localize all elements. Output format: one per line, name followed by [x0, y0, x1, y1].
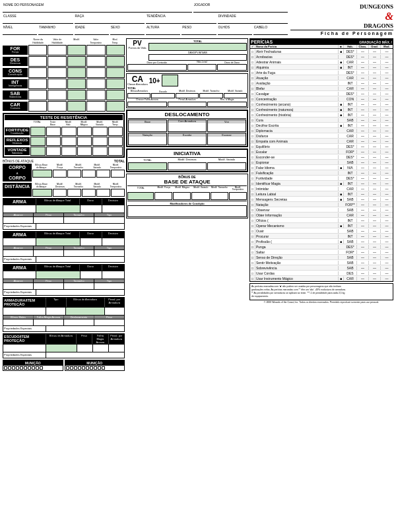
skill-rank[interactable]: — [357, 102, 369, 106]
skill-rank[interactable]: — [357, 250, 369, 254]
skill-mod[interactable]: — [369, 261, 381, 265]
stat-car-nome[interactable] [28, 101, 47, 112]
weapon-3-decisivo-field[interactable] [102, 271, 124, 279]
skill-rank[interactable]: — [357, 60, 369, 64]
skill-checkbox[interactable]: □ [250, 108, 255, 112]
skill-mod[interactable]: — [369, 60, 381, 64]
ranged-bba-val[interactable] [53, 189, 67, 197]
stat-int-modif[interactable] [67, 79, 86, 89]
skill-checkbox[interactable]: □ [250, 182, 255, 185]
skill-rank[interactable]: — [357, 208, 369, 212]
skill-mod[interactable]: — [369, 139, 381, 143]
skill-rank[interactable]: — [357, 255, 369, 259]
skill-rank[interactable]: — [357, 182, 369, 185]
skill-checkbox[interactable]: □ [250, 92, 255, 96]
skill-vari[interactable]: — [381, 160, 393, 164]
skill-checkbox[interactable]: □ [250, 234, 255, 238]
stat-cons-tempval[interactable] [86, 67, 105, 78]
skill-checkbox[interactable]: □ [250, 55, 255, 59]
stat-sab-modif[interactable] [67, 90, 86, 100]
armor-bonusmal-val[interactable] [3, 319, 34, 325]
save-vontade-mag[interactable] [77, 147, 92, 156]
shield-props-val[interactable] [46, 352, 124, 358]
skill-checkbox[interactable]: □ [250, 81, 255, 85]
weapon-2-peso-val[interactable] [34, 250, 64, 256]
skill-rank[interactable]: — [357, 134, 369, 138]
deslocamento-escav-val[interactable] [208, 137, 246, 145]
skill-rank[interactable]: — [357, 129, 369, 133]
skill-vari[interactable]: — [381, 65, 393, 69]
pv-total-val[interactable] [148, 43, 247, 51]
skill-vari[interactable]: — [381, 266, 393, 270]
skill-checkbox[interactable]: □ [250, 192, 255, 196]
skill-vari[interactable]: — [381, 71, 393, 75]
skill-checkbox[interactable]: □ [250, 203, 255, 207]
weapon-1-props-val[interactable] [36, 224, 124, 229]
skill-rank[interactable]: — [357, 171, 369, 175]
weapon-1-name-field[interactable] [3, 205, 36, 213]
skill-vari[interactable]: — [381, 203, 393, 207]
skill-rank[interactable]: — [357, 150, 369, 154]
save-fortitude-base[interactable] [46, 127, 61, 136]
stat-for-modif[interactable] [67, 45, 86, 55]
save-fortitude-temp[interactable] [108, 127, 123, 136]
skill-rank[interactable]: — [357, 261, 369, 265]
skill-mod[interactable]: — [369, 187, 381, 191]
ca-res-val[interactable] [207, 102, 247, 107]
skill-vari[interactable]: — [381, 197, 393, 201]
skill-vari[interactable]: — [381, 213, 393, 217]
save-fortitude-mag[interactable] [77, 127, 92, 136]
ca-des-val[interactable] [176, 93, 199, 98]
munition-dot[interactable] [32, 366, 35, 370]
skill-rank[interactable]: — [357, 97, 369, 101]
munition-dot[interactable] [90, 366, 93, 370]
stat-for-nome[interactable] [28, 45, 47, 55]
weapon-3-alcance-val[interactable] [3, 283, 34, 289]
stat-des-tempmod[interactable] [106, 56, 125, 67]
stat-sab-valor[interactable] [48, 90, 66, 100]
skill-vari[interactable]: — [381, 261, 393, 265]
skill-vari[interactable]: — [381, 55, 393, 59]
skill-mod[interactable]: — [369, 145, 381, 149]
armor-falha-val[interactable] [34, 319, 64, 325]
pv-contusao-val[interactable] [127, 64, 187, 71]
skill-checkbox[interactable]: □ [250, 97, 255, 101]
shield-name-field[interactable] [3, 345, 46, 352]
skill-rank[interactable]: — [357, 166, 369, 170]
stat-int-tempval[interactable] [86, 79, 105, 89]
bba-cond-val[interactable] [127, 205, 247, 217]
armor-tipo-val[interactable] [46, 308, 66, 315]
skill-rank[interactable]: — [357, 108, 369, 112]
ca-bonus-armor-val[interactable] [127, 93, 150, 98]
skill-rank[interactable]: — [357, 271, 369, 275]
stat-sab-tempval[interactable] [86, 90, 105, 100]
skill-mod[interactable]: — [369, 71, 381, 75]
skill-checkbox[interactable]: □ [250, 60, 255, 64]
skill-rank[interactable]: — [357, 240, 369, 244]
weapon-2-bonus-field[interactable] [36, 238, 81, 246]
munition-dot[interactable] [102, 366, 105, 370]
munition-dot[interactable] [12, 366, 15, 370]
skill-rank[interactable]: — [357, 245, 369, 249]
skill-checkbox[interactable]: □ [250, 187, 255, 191]
skill-mod[interactable]: — [369, 208, 381, 212]
skill-checkbox[interactable]: □ [250, 160, 255, 164]
skill-mod[interactable]: — [369, 160, 381, 164]
munition-dot[interactable] [86, 366, 89, 370]
ranged-temp-val[interactable] [111, 189, 125, 197]
skill-mod[interactable]: — [369, 171, 381, 175]
skill-vari[interactable]: — [381, 218, 393, 222]
deslocamento-voo-val[interactable] [208, 123, 246, 131]
stat-for-tempmod[interactable] [106, 45, 125, 55]
skill-rank[interactable]: — [357, 50, 369, 53]
weapon-1-tamanho-val[interactable] [64, 217, 94, 223]
skill-vari[interactable]: — [381, 250, 393, 254]
ca-tamanho-val[interactable] [199, 93, 222, 98]
skill-rank[interactable]: — [357, 92, 369, 96]
skill-mod[interactable]: — [369, 245, 381, 249]
weapon-3-name-field[interactable] [3, 271, 36, 279]
munition-dot[interactable] [16, 366, 19, 370]
skill-rank[interactable]: — [357, 229, 369, 233]
stat-des-tempval[interactable] [86, 56, 105, 67]
skill-checkbox[interactable]: □ [250, 218, 255, 222]
